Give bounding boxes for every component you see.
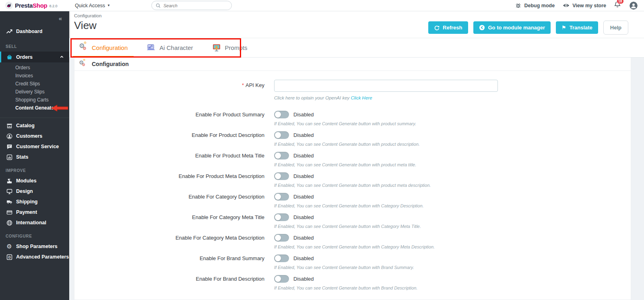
tab-configuration[interactable]: ⚙⚙⚙ Configuration: [73, 38, 134, 57]
toggle-label: Enable For Product Meta Description: [74, 172, 264, 189]
sidebar-item-advanced-parameters[interactable]: ⚙Advanced Parameters: [0, 252, 69, 262]
sidebar-item-payment[interactable]: Payment: [0, 207, 69, 217]
user-avatar[interactable]: [630, 2, 638, 10]
sidebar-section-sell: SELL: [0, 38, 69, 52]
toggle-label: Enable For Product Description: [74, 131, 264, 148]
toggle-state-label: Disabled: [293, 112, 314, 118]
sidebar-item-label: Advanced Parameters: [16, 254, 69, 260]
sidebar-item-label: Customers: [16, 133, 42, 139]
api-key-row: *API Key Click here to optain your OpenA…: [74, 80, 631, 100]
red-annotation-arrow-icon: [51, 105, 68, 112]
quick-access-dropdown[interactable]: Quick Access ▼: [75, 3, 110, 8]
refresh-button[interactable]: Refresh: [428, 21, 468, 34]
toggle-helper-text: If Enabled, You can see Content Generate…: [274, 286, 417, 292]
sidebar-nav: « Dashboard SELL Orders OrdersInvoicesCr…: [0, 11, 69, 300]
toggle-switch-enable-for-category-description[interactable]: [274, 193, 289, 201]
prestashop-bird-icon: [5, 2, 13, 9]
toggle-switch-enable-for-brand-description[interactable]: [274, 275, 289, 283]
toggle-switch-enable-for-product-description[interactable]: [274, 131, 289, 139]
configuration-form: *API Key Click here to optain your OpenA…: [74, 71, 631, 292]
sidebar-item-label: Design: [16, 188, 33, 194]
toggle-label: Enable For Product Meta Title: [74, 152, 264, 168]
sidebar-item-stats[interactable]: Stats: [0, 152, 69, 162]
sidebar-subitem-credit-slips[interactable]: Credit Slips: [0, 80, 69, 88]
customer-service-icon: [6, 143, 12, 150]
configuration-panel: ⚙⚙⚙ Configuration *API Key Click here to…: [74, 58, 631, 300]
main-content: Configuration View Refresh Go to module …: [69, 11, 644, 300]
sidebar-divider: [0, 118, 69, 118]
toggle-row-enable-for-product-meta-title: Enable For Product Meta TitleDisabledIf …: [74, 152, 631, 168]
search-input[interactable]: [163, 3, 224, 8]
view-my-store-button[interactable]: View my store: [563, 3, 606, 8]
toggle-helper-text: If Enabled, You can see Content Generate…: [274, 203, 424, 209]
sidebar-item-customers[interactable]: Customers: [0, 131, 69, 141]
sidebar-item-orders[interactable]: Orders: [0, 52, 69, 62]
panel-header: ⚙⚙⚙ Configuration: [74, 58, 631, 71]
sidebar-subitem-orders[interactable]: Orders: [0, 64, 69, 72]
toggle-state-label: Disabled: [293, 276, 314, 282]
translate-button[interactable]: ⚑ Translate: [556, 21, 598, 34]
tab-prompts[interactable]: Prompts: [206, 38, 254, 57]
toggle-switch-enable-for-brand-summary[interactable]: [274, 254, 289, 262]
click-here-link[interactable]: Click Here: [351, 95, 372, 100]
api-key-input[interactable]: [274, 80, 498, 92]
subitem-label: Delivery Slips: [15, 89, 45, 95]
panel-title: Configuration: [92, 61, 129, 67]
prestashop-logo[interactable]: PrestaShop 8.2.0: [0, 2, 69, 9]
toggle-switch-enable-for-category-meta-title[interactable]: [274, 213, 289, 221]
search-icon: [156, 3, 161, 8]
header-buttons: Refresh Go to module manager ⚑ Translate…: [428, 21, 628, 35]
catalog-icon: [6, 122, 12, 129]
sidebar-item-design[interactable]: Design: [0, 186, 69, 197]
search-box[interactable]: [151, 1, 232, 10]
go-to-module-manager-button[interactable]: Go to module manager: [473, 21, 551, 34]
refresh-icon: [434, 25, 440, 31]
toggle-label: Enable For Category Meta Description: [74, 234, 264, 250]
toggle-state-label: Disabled: [293, 132, 314, 138]
toggle-label: Enable For Brand Summary: [74, 254, 264, 271]
chevron-up-icon: [60, 55, 69, 59]
toggle-switch-enable-for-product-summary[interactable]: [274, 111, 289, 118]
sidebar-item-shipping[interactable]: Shipping: [0, 197, 69, 207]
sidebar-item-dashboard[interactable]: Dashboard: [0, 26, 69, 37]
svg-text:⚙: ⚙: [8, 255, 11, 259]
sidebar-item-catalog[interactable]: Catalog: [0, 120, 69, 131]
toggle-switch-enable-for-product-meta-title[interactable]: [274, 152, 289, 159]
sidebar-section-improve: IMPROVE: [0, 162, 69, 176]
sidebar-item-international[interactable]: International: [0, 217, 69, 228]
quick-access-label: Quick Access: [75, 3, 105, 8]
toggle-state-label: Disabled: [293, 235, 314, 241]
sidebar-subitem-invoices[interactable]: Invoices: [0, 72, 69, 80]
toggle-switch-enable-for-product-meta-description[interactable]: [274, 172, 289, 180]
subitem-label: Orders: [15, 65, 30, 70]
help-button[interactable]: Help: [603, 21, 628, 35]
sidebar-item-modules[interactable]: Modules: [0, 176, 69, 186]
toggle-row-enable-for-product-meta-description: Enable For Product Meta DescriptionDisab…: [74, 172, 631, 189]
toggle-helper-text: If Enabled, You can see Content Generate…: [274, 224, 421, 230]
subitem-label: Content Geneator: [15, 105, 56, 111]
sidebar-item-label: Shipping: [16, 199, 37, 205]
sidebar-collapse-button[interactable]: «: [0, 11, 69, 23]
sidebar-subitem-content-geneator[interactable]: Content Geneator: [0, 104, 69, 112]
sidebar-item-label: Customer Service: [16, 144, 59, 149]
sidebar-item-shop-parameters[interactable]: ⚙Shop Parameters: [0, 241, 69, 252]
toggle-state-label: Disabled: [293, 173, 314, 179]
toggle-helper-text: If Enabled, You can see Content Generate…: [274, 183, 431, 189]
eye-icon: [563, 3, 570, 8]
notifications-button[interactable]: 18: [614, 1, 621, 10]
tab-ai-character[interactable]: AI Ai Character: [140, 38, 199, 57]
sidebar-subitem-delivery-slips[interactable]: Delivery Slips: [0, 88, 69, 96]
sidebar-subitem-shopping-carts[interactable]: Shopping Carts: [0, 96, 69, 104]
ai-laptop-icon: AI: [146, 43, 156, 53]
version-label: 8.2.0: [49, 4, 57, 8]
toggle-switch-enable-for-category-meta-description[interactable]: [274, 234, 289, 242]
dashboard-icon: [6, 28, 12, 35]
notification-badge: 18: [617, 0, 624, 4]
debug-mode-button[interactable]: Debug mode: [515, 2, 555, 8]
sidebar-item-customer-service[interactable]: Customer Service: [0, 141, 69, 152]
toggle-row-enable-for-category-description: Enable For Category DescriptionDisabledI…: [74, 193, 631, 209]
sidebar-item-label: Stats: [16, 154, 29, 160]
flag-icon: ⚑: [561, 25, 566, 31]
toggle-label: Enable For Category Meta Title: [74, 213, 264, 230]
shop-params-icon: ⚙: [6, 243, 12, 250]
